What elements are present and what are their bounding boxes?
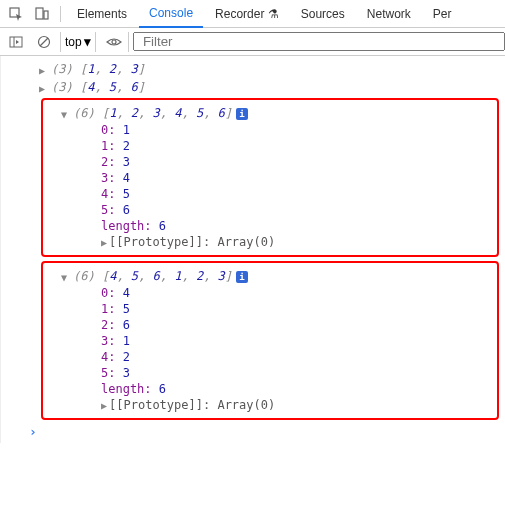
tab-recorder[interactable]: Recorder ⚗	[205, 1, 289, 27]
console-toolbar: top ▼	[0, 28, 505, 56]
tab-performance[interactable]: Per	[423, 1, 462, 27]
array-entry: 5: 3	[43, 365, 497, 381]
context-selector[interactable]: top ▼	[60, 32, 96, 52]
clear-console-icon[interactable]	[32, 30, 56, 54]
chevron-down-icon: ▼	[84, 35, 91, 49]
console-log-row[interactable]: ▼(6) [4, 5, 6, 1, 2, 3]i	[43, 267, 497, 285]
array-entry: 0: 4	[43, 285, 497, 301]
array-entry: 4: 2	[43, 349, 497, 365]
devtools-tabs: Elements Console Recorder ⚗ Sources Netw…	[0, 0, 505, 28]
array-entry: 2: 3	[43, 154, 497, 170]
console-log-row[interactable]: ▶(3) [1, 2, 3]	[21, 60, 505, 78]
info-icon[interactable]: i	[236, 108, 248, 120]
info-icon[interactable]: i	[236, 271, 248, 283]
svg-point-7	[112, 40, 116, 44]
array-entry: 5: 6	[43, 202, 497, 218]
separator	[60, 6, 61, 22]
prototype-row[interactable]: ▶[[Prototype]]: Array(0)	[43, 234, 497, 251]
device-icon[interactable]	[30, 2, 54, 26]
array-entry: 2: 6	[43, 317, 497, 333]
array-length: length: 6	[43, 218, 497, 234]
expand-icon[interactable]: ▶	[39, 81, 45, 97]
toggle-sidebar-icon[interactable]	[4, 30, 28, 54]
console-output: ▶(3) [1, 2, 3]▶(3) [4, 5, 6] ▼(6) [1, 2,…	[0, 56, 505, 443]
tab-console[interactable]: Console	[139, 0, 203, 28]
array-length: length: 6	[43, 381, 497, 397]
inspect-icon[interactable]	[4, 2, 28, 26]
tab-sources[interactable]: Sources	[291, 1, 355, 27]
collapse-icon[interactable]: ▼	[61, 270, 67, 286]
array-entry: 1: 2	[43, 138, 497, 154]
array-entry: 3: 4	[43, 170, 497, 186]
array-entry: 4: 5	[43, 186, 497, 202]
array-entry: 1: 5	[43, 301, 497, 317]
expand-icon[interactable]: ▶	[101, 237, 107, 248]
prototype-row[interactable]: ▶[[Prototype]]: Array(0)	[43, 397, 497, 414]
console-log-row[interactable]: ▼(6) [1, 2, 3, 4, 5, 6]i	[43, 104, 497, 122]
tab-elements[interactable]: Elements	[67, 1, 137, 27]
highlighted-block: ▼(6) [4, 5, 6, 1, 2, 3]i0: 41: 52: 63: 1…	[41, 261, 499, 420]
highlighted-block: ▼(6) [1, 2, 3, 4, 5, 6]i0: 11: 22: 33: 4…	[41, 98, 499, 257]
flask-icon: ⚗	[268, 7, 279, 21]
console-prompt[interactable]: ›	[21, 424, 505, 439]
live-expression-icon[interactable]	[100, 32, 129, 52]
svg-rect-1	[36, 8, 43, 19]
expand-icon[interactable]: ▶	[39, 63, 45, 79]
console-log-row[interactable]: ▶(3) [4, 5, 6]	[21, 78, 505, 96]
filter-input[interactable]	[133, 32, 505, 51]
collapse-icon[interactable]: ▼	[61, 107, 67, 123]
expand-icon[interactable]: ▶	[101, 400, 107, 411]
svg-rect-2	[44, 11, 48, 19]
array-entry: 3: 1	[43, 333, 497, 349]
context-label: top	[65, 35, 82, 49]
svg-line-6	[40, 38, 48, 46]
array-entry: 0: 1	[43, 122, 497, 138]
tab-network[interactable]: Network	[357, 1, 421, 27]
